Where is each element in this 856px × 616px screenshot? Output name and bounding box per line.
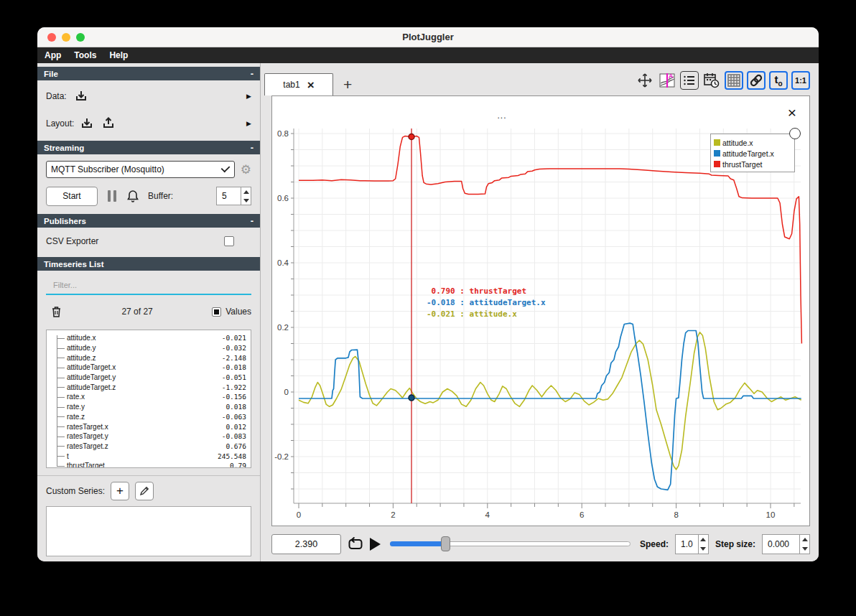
menu-help[interactable]: Help [109,50,128,60]
data-expand-arrow[interactable]: ▶ [246,93,251,100]
custom-series-list[interactable] [46,506,251,556]
timeseries-list[interactable]: attitude.x-0.021attitude.y-0.032attitude… [46,330,251,468]
window-title: PlotJuggler [37,32,819,42]
speed-spinbox[interactable]: 1.0 [675,534,709,554]
streaming-source-select[interactable]: MQTT Subscriber (Mosquitto) [46,161,235,178]
legend-list-icon[interactable] [680,71,699,90]
legend-item[interactable]: attitudeTarget.x [714,148,791,159]
speed-up-button[interactable] [699,535,708,544]
series-name: rate.z [67,413,85,421]
plot-widget[interactable]: ... × 0246810-0.200.20.40.60.8 attitude.… [271,95,810,526]
streaming-collapse-button[interactable]: - [251,142,253,153]
loop-icon[interactable] [348,537,363,551]
step-up-button[interactable] [800,535,809,544]
datetime-icon[interactable] [702,71,721,90]
tab-close-icon[interactable]: × [307,79,315,91]
play-button[interactable] [370,538,381,551]
edit-custom-series-button[interactable] [135,482,154,500]
tracker-line: -0.018 : attitudeTarget.x [427,297,546,309]
menu-bar: App Tools Help [37,47,819,63]
step-size-spinbox[interactable]: 0.000 [762,534,810,554]
series-name: ratesTarget.z [67,442,108,450]
values-checkbox[interactable] [212,307,221,317]
pan-zoom-icon[interactable] [636,71,654,90]
step-size-value[interactable]: 0.000 [762,534,799,554]
svg-text:0.4: 0.4 [277,258,289,267]
pause-icon[interactable] [108,190,116,202]
legend-color-swatch [714,139,720,146]
load-data-icon[interactable] [74,89,88,103]
step-size-label: Step size: [715,539,755,549]
tree-tick [57,368,65,368]
timeseries-row[interactable]: attitude.x-0.021 [47,333,246,343]
timeseries-row[interactable]: thrustTarget0.79 [47,461,246,468]
plot-legend[interactable]: attitude.xattitudeTarget.xthrustTarget [710,134,795,172]
tab-tab1[interactable]: tab1 × [264,73,333,95]
svg-text:0.8: 0.8 [277,129,289,138]
buffer-up-button[interactable] [241,187,251,196]
plot-close-icon[interactable]: × [788,105,796,120]
pencil-icon [139,486,149,496]
buffer-down-button[interactable] [241,196,251,205]
timeseries-row[interactable]: attitude.z-2.148 [47,353,246,363]
link-axes-icon[interactable] [747,71,766,90]
streaming-section-header[interactable]: Streaming - [37,141,260,154]
timeseries-row[interactable]: attitudeTarget.x-0.018 [47,363,246,373]
csv-exporter-checkbox[interactable] [224,236,234,246]
tree-tick [57,437,65,437]
grid-layout-icon[interactable] [725,71,743,90]
filter-input[interactable] [46,278,251,295]
tree-tick [57,407,65,408]
layout-row: Layout: ▶ [37,110,260,137]
list-toolbar-row: 27 of 27 Values [37,301,260,322]
add-custom-series-button[interactable]: + [111,482,129,500]
custom-series-label: Custom Series: [46,486,105,496]
timeseries-row[interactable]: rate.x-0.156 [47,392,246,402]
ratio-1-1-icon[interactable]: 1:1 [791,71,810,90]
file-collapse-button[interactable]: - [251,68,253,79]
timeseries-row[interactable]: ratesTarget.z0.676 [47,442,246,452]
add-tab-button[interactable]: + [343,76,352,93]
file-section-header[interactable]: File - [37,67,260,80]
trash-icon[interactable] [50,305,62,318]
speed-down-button[interactable] [699,544,708,554]
buffer-value[interactable]: 5 [216,187,241,205]
gear-icon[interactable]: ⚙ [241,162,251,177]
slider-handle[interactable] [441,536,450,551]
playback-time-field[interactable]: 2.390 [271,534,341,554]
series-value: -0.156 [222,393,246,401]
legend-item[interactable]: thrustTarget [714,159,791,169]
layout-expand-arrow[interactable]: ▶ [246,120,251,127]
time-origin-icon[interactable]: to [769,71,788,90]
tree-tick [57,338,65,339]
tree-tick [57,348,65,349]
publishers-section-header[interactable]: Publishers - [37,214,260,228]
tracker-style-icon[interactable]: A [658,71,676,90]
timeseries-row[interactable]: t245.548 [47,451,246,461]
svg-text:0.6: 0.6 [277,194,289,202]
legend-item[interactable]: attitude.x [714,137,791,148]
legend-knob[interactable] [789,128,801,139]
bell-icon[interactable] [126,190,139,202]
speed-value[interactable]: 1.0 [675,534,698,554]
timeseries-row[interactable]: attitude.y-0.032 [47,343,246,353]
series-value: 245.548 [218,452,246,460]
menu-app[interactable]: App [45,50,61,60]
timeseries-row[interactable]: rate.y0.018 [47,402,246,412]
start-button[interactable]: Start [46,187,98,206]
save-layout-icon[interactable] [101,116,116,131]
timeseries-row[interactable]: attitudeTarget.y-0.051 [47,373,246,383]
custom-series-row: Custom Series: + [37,482,260,500]
timeseries-section-header[interactable]: Timeseries List [37,257,260,271]
load-layout-icon[interactable] [80,116,94,131]
timeseries-row[interactable]: ratesTarget.y-0.083 [47,431,246,442]
step-down-button[interactable] [800,544,809,554]
playback-slider[interactable] [390,536,631,551]
timeseries-row[interactable]: ratesTarget.x0.012 [47,421,246,431]
menu-tools[interactable]: Tools [74,50,96,60]
series-value: -0.063 [222,413,246,421]
timeseries-row[interactable]: attitudeTarget.z-1.922 [47,382,246,392]
publishers-collapse-button[interactable]: - [251,215,253,226]
buffer-spinbox[interactable]: 5 [216,187,251,205]
timeseries-row[interactable]: rate.z-0.063 [47,412,246,422]
